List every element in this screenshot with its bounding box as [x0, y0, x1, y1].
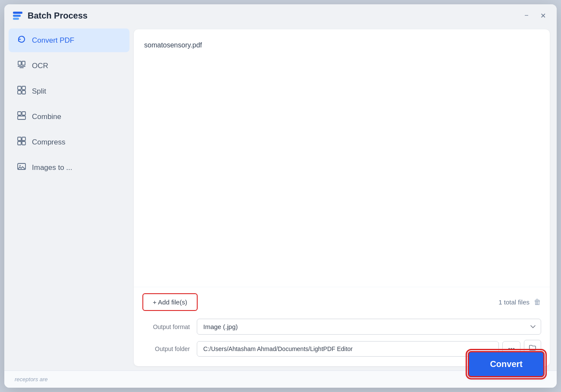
sidebar-item-ocr[interactable]: OCR — [9, 54, 129, 78]
sidebar-item-convert-pdf[interactable]: Convert PDF — [9, 28, 129, 52]
sidebar-item-combine[interactable]: Combine — [9, 105, 129, 129]
title-bar-controls: − ✕ — [521, 10, 548, 21]
window-title: Batch Process — [28, 11, 88, 21]
trash-icon[interactable]: 🗑 — [534, 298, 541, 307]
folder-input[interactable] — [197, 341, 499, 357]
list-item[interactable]: somatosensory.pdf — [144, 40, 539, 51]
svg-rect-1 — [22, 61, 25, 65]
svg-rect-6 — [18, 91, 21, 94]
convert-pdf-icon — [16, 34, 27, 46]
convert-button-wrap: Convert — [468, 351, 545, 377]
sidebar-label-split: Split — [32, 87, 46, 96]
title-bar: Batch Process − ✕ — [4, 4, 557, 25]
sidebar-label-combine: Combine — [32, 113, 61, 121]
sidebar-label-compress: Compress — [32, 138, 65, 147]
svg-point-18 — [19, 165, 21, 166]
format-row: Output format Image (.jpg) Image (.png) … — [142, 319, 541, 335]
svg-rect-10 — [18, 116, 25, 119]
bg-peek-text: receptors are — [15, 376, 48, 383]
add-files-button[interactable]: + Add file(s) — [142, 293, 198, 311]
sidebar-item-compress[interactable]: Compress — [9, 130, 129, 154]
sidebar-item-images-to[interactable]: Images to ... — [9, 156, 129, 179]
file-list: somatosensory.pdf — [134, 29, 550, 287]
svg-rect-7 — [22, 91, 25, 94]
sidebar-label-convert-pdf: Convert PDF — [32, 36, 74, 45]
right-panel: somatosensory.pdf + Add file(s) 1 total … — [134, 29, 550, 366]
close-button[interactable]: ✕ — [538, 10, 548, 21]
compress-icon — [16, 136, 27, 148]
file-count: 1 total files — [498, 298, 529, 306]
combine-icon — [16, 111, 27, 122]
app-icon — [13, 12, 22, 20]
svg-rect-8 — [18, 112, 21, 115]
main-content: Convert PDF OCR — [4, 25, 557, 370]
svg-rect-11 — [18, 137, 21, 141]
sidebar: Convert PDF OCR — [4, 25, 134, 370]
app-window: Batch Process − ✕ Convert PDF — [4, 4, 557, 388]
ocr-icon — [16, 60, 27, 72]
svg-rect-14 — [22, 141, 25, 145]
title-bar-left: Batch Process — [13, 11, 88, 21]
split-icon — [16, 85, 27, 97]
svg-rect-12 — [22, 137, 25, 141]
images-to-icon — [16, 162, 27, 173]
file-count-row: 1 total files 🗑 — [498, 298, 541, 307]
output-format-label: Output format — [142, 323, 190, 330]
sidebar-label-ocr: OCR — [32, 62, 48, 70]
svg-rect-9 — [22, 112, 25, 115]
svg-rect-0 — [18, 61, 21, 65]
sidebar-item-split[interactable]: Split — [9, 79, 129, 103]
svg-rect-4 — [18, 86, 21, 90]
sidebar-label-images-to: Images to ... — [32, 163, 72, 172]
svg-rect-13 — [18, 141, 21, 145]
svg-rect-5 — [22, 86, 25, 90]
add-files-row: + Add file(s) 1 total files 🗑 — [142, 293, 541, 311]
output-folder-label: Output folder — [142, 345, 190, 352]
format-select[interactable]: Image (.jpg) Image (.png) Word (.docx) E… — [197, 319, 541, 335]
convert-button[interactable]: Convert — [468, 351, 545, 377]
minimize-button[interactable]: − — [521, 10, 532, 21]
